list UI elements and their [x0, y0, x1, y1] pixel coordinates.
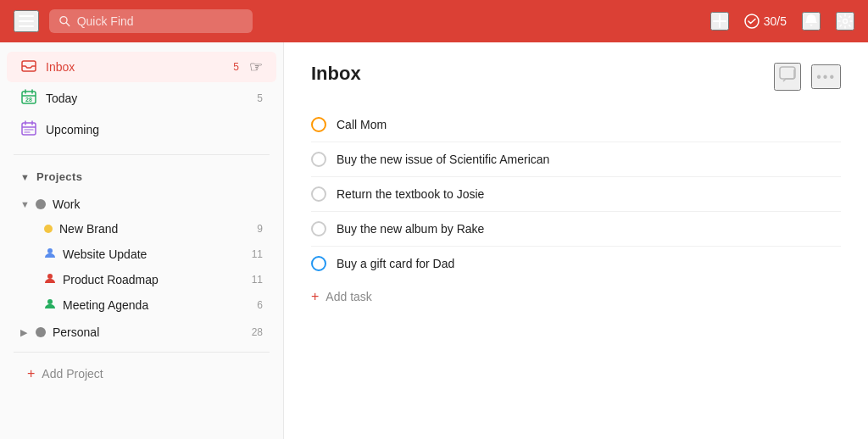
project-personal[interactable]: ▶ Personal 28: [7, 320, 276, 344]
karma-badge[interactable]: 30/5: [744, 14, 787, 29]
sidebar-divider-1: [14, 154, 270, 155]
add-project-label: Add Project: [42, 367, 103, 381]
today-icon: 28: [20, 89, 37, 108]
sidebar: Inbox 5 ☞ 28 Today 5: [0, 42, 284, 439]
website-update-count: 11: [252, 248, 263, 260]
more-options-button[interactable]: •••: [811, 64, 841, 89]
task-item[interactable]: Call Mom: [311, 108, 841, 142]
projects-label: Projects: [36, 170, 82, 183]
meeting-agenda-label: Meeting Agenda: [63, 298, 250, 312]
svg-rect-2: [19, 25, 34, 27]
content-header: Inbox •••: [311, 63, 841, 91]
task-list: Call Mom Buy the new issue of Scientific…: [311, 108, 841, 281]
task-text: Buy the new issue of Scientific American: [337, 153, 841, 166]
svg-rect-0: [19, 15, 34, 17]
app-header: 30/5: [0, 0, 868, 42]
work-label: Work: [53, 197, 256, 211]
check-icon: [744, 14, 760, 29]
task-item[interactable]: Buy the new issue of Scientific American: [311, 142, 841, 177]
settings-button[interactable]: [836, 12, 854, 31]
content-area: Inbox ••• Call Mom: [284, 42, 868, 439]
sidebar-nav: Inbox 5 ☞ 28 Today 5: [0, 42, 283, 149]
work-chevron-icon: ▼: [20, 199, 29, 209]
ellipsis-icon: •••: [816, 69, 836, 84]
personal-dot: [36, 327, 46, 337]
main-layout: Inbox 5 ☞ 28 Today 5: [0, 42, 868, 439]
notifications-button[interactable]: [802, 12, 821, 31]
add-project-plus-icon: +: [27, 366, 35, 381]
meeting-agenda-icon: [44, 297, 56, 312]
svg-rect-15: [22, 123, 36, 135]
sidebar-item-today[interactable]: 28 Today 5: [7, 83, 276, 114]
task-item[interactable]: Return the textbook to Josie: [311, 177, 841, 212]
website-update-icon: [44, 247, 56, 261]
add-task-label: Add task: [326, 290, 371, 303]
today-count: 5: [257, 92, 263, 104]
new-brand-dot: [44, 225, 53, 233]
task-item[interactable]: Buy a gift card for Dad: [311, 247, 841, 281]
header-actions: 30/5: [710, 12, 854, 31]
website-update-label: Website Update: [63, 247, 245, 261]
inbox-icon: [20, 58, 37, 76]
personal-label: Personal: [53, 325, 245, 339]
inbox-label: Inbox: [46, 60, 225, 74]
task-text: Call Mom: [337, 118, 841, 131]
projects-section-header[interactable]: ▼ Projects: [7, 164, 276, 190]
task-radio[interactable]: [311, 256, 326, 271]
today-label: Today: [46, 92, 248, 105]
task-text: Return the textbook to Josie: [337, 187, 841, 201]
content-title: Inbox: [311, 63, 361, 85]
svg-rect-24: [780, 67, 795, 79]
inbox-count: 5: [233, 61, 239, 73]
svg-rect-1: [19, 20, 34, 22]
svg-line-4: [66, 23, 70, 26]
task-item[interactable]: Buy the new album by Rake: [311, 212, 841, 247]
product-roadmap-icon: [44, 272, 56, 286]
svg-point-21: [47, 248, 53, 253]
new-brand-count: 9: [257, 223, 263, 235]
task-radio[interactable]: [311, 186, 326, 202]
personal-chevron-icon: ▶: [20, 327, 29, 338]
project-product-roadmap[interactable]: Product Roadmap 11: [7, 267, 276, 292]
add-task-button[interactable]: + Add task: [311, 281, 841, 313]
svg-point-8: [843, 19, 848, 24]
svg-point-7: [745, 14, 759, 28]
add-task-plus-icon: +: [311, 289, 319, 304]
project-group-personal: ▶ Personal 28: [0, 320, 283, 345]
project-website-update[interactable]: Website Update 11: [7, 242, 276, 266]
task-radio[interactable]: [311, 221, 326, 236]
project-group-work: ▼ Work New Brand 9 Website Upda: [0, 192, 283, 318]
add-button[interactable]: [710, 12, 729, 31]
content-actions: •••: [774, 63, 841, 91]
svg-point-23: [47, 299, 53, 304]
project-work[interactable]: ▼ Work: [7, 192, 276, 216]
search-icon: [59, 15, 70, 27]
task-text: Buy the new album by Rake: [337, 222, 841, 236]
menu-button[interactable]: [14, 10, 39, 32]
search-input[interactable]: [77, 14, 242, 28]
task-radio[interactable]: [311, 117, 326, 132]
task-radio[interactable]: [311, 152, 326, 167]
sidebar-item-inbox[interactable]: Inbox 5 ☞: [7, 52, 276, 82]
task-text: Buy a gift card for Dad: [337, 257, 841, 270]
sidebar-item-upcoming[interactable]: Upcoming: [7, 114, 276, 145]
svg-point-22: [47, 274, 53, 279]
svg-text:28: 28: [25, 97, 32, 103]
meeting-agenda-count: 6: [257, 299, 263, 311]
add-project-button[interactable]: + Add Project: [7, 359, 276, 388]
upcoming-icon: [20, 120, 37, 139]
new-brand-label: New Brand: [59, 222, 250, 236]
comment-button[interactable]: [774, 63, 801, 91]
search-bar[interactable]: [49, 9, 253, 33]
work-dot: [36, 199, 46, 209]
projects-chevron-icon: ▼: [20, 172, 30, 182]
project-meeting-agenda[interactable]: Meeting Agenda 6: [7, 292, 276, 317]
project-new-brand[interactable]: New Brand 9: [7, 217, 276, 241]
product-roadmap-count: 11: [252, 274, 263, 286]
sidebar-divider-2: [14, 352, 270, 353]
karma-score: 30/5: [764, 14, 787, 28]
upcoming-label: Upcoming: [46, 123, 254, 136]
cursor-icon: ☞: [249, 58, 263, 76]
product-roadmap-label: Product Roadmap: [63, 273, 245, 286]
personal-count: 28: [252, 326, 263, 338]
